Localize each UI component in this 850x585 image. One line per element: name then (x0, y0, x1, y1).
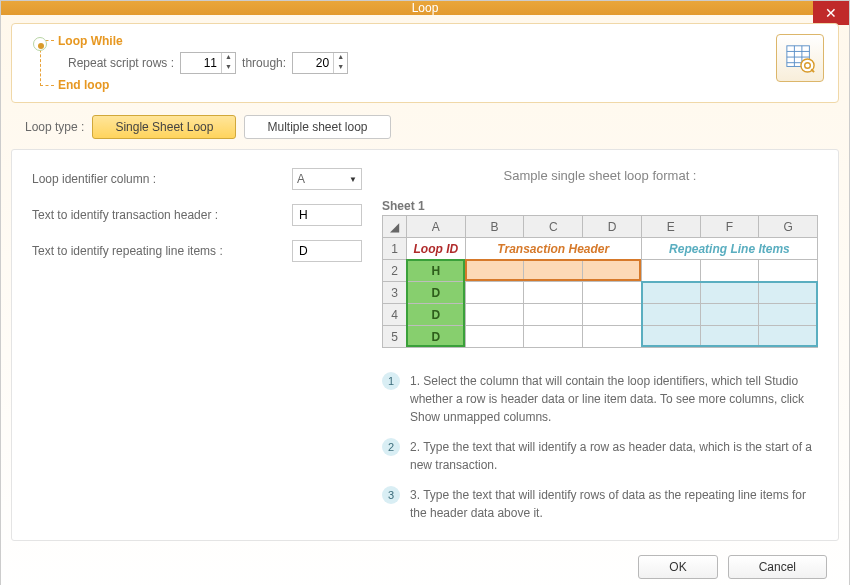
from-up[interactable]: ▲ (222, 53, 235, 63)
trans-header: Transaction Header (465, 238, 641, 260)
loopid-header: Loop ID (407, 238, 466, 260)
footer: OK Cancel (11, 547, 839, 585)
tab-multiple-sheet[interactable]: Multiple sheet loop (244, 115, 390, 139)
row-2-num: 2 (383, 260, 407, 282)
loop-id-col-label: Loop identifier column : (32, 172, 282, 186)
row-3-num: 3 (383, 282, 407, 304)
close-button[interactable]: ✕ (813, 1, 849, 25)
step-2-text: 2. Type the text that will identify a ro… (410, 438, 818, 474)
col-D: D (583, 216, 642, 238)
col-F: F (700, 216, 759, 238)
row-1-num: 1 (383, 238, 407, 260)
items-header: Repeating Line Items (641, 238, 817, 260)
loop-id-col-value: A (297, 172, 305, 186)
col-B: B (465, 216, 524, 238)
row-5-id: D (407, 326, 466, 348)
col-G: G (759, 216, 818, 238)
sample-title: Sample single sheet loop format : (382, 168, 818, 183)
from-down[interactable]: ▼ (222, 63, 235, 73)
to-input[interactable] (293, 53, 333, 73)
loop-dialog: Loop ✕ Loop While Repeat script rows : ▲… (0, 0, 850, 585)
row-4-num: 4 (383, 304, 407, 326)
instructions: 1 1. Select the column that will contain… (382, 372, 818, 522)
loop-while-label: Loop While (58, 34, 123, 48)
col-A: A (407, 216, 466, 238)
repeat-label: Repeat script rows : (68, 56, 174, 70)
ok-button[interactable]: OK (638, 555, 717, 579)
from-spinner[interactable]: ▲▼ (180, 52, 236, 74)
step-1-text: 1. Select the column that will contain t… (410, 372, 818, 426)
step-1-badge: 1 (382, 372, 400, 390)
magnifier-icon (33, 37, 47, 51)
items-text-input[interactable] (292, 240, 362, 262)
from-input[interactable] (181, 53, 221, 73)
loop-while-block: Loop While Repeat script rows : ▲▼ throu… (11, 23, 839, 103)
step-3-badge: 3 (382, 486, 400, 504)
sample-table: ◢ A B C D E F G 1 Loop ID Transaction He… (382, 215, 818, 348)
window-title: Loop (412, 1, 439, 15)
tab-single-sheet[interactable]: Single Sheet Loop (92, 115, 236, 139)
chevron-down-icon: ▼ (349, 175, 357, 184)
cancel-button[interactable]: Cancel (728, 555, 827, 579)
row-5-num: 5 (383, 326, 407, 348)
config-panel: Loop identifier column : A ▼ Text to ide… (11, 149, 839, 541)
through-label: through: (242, 56, 286, 70)
to-up[interactable]: ▲ (334, 53, 347, 63)
loop-type-label: Loop type : (25, 120, 84, 134)
main-content: Loop While Repeat script rows : ▲▼ throu… (1, 15, 849, 585)
corner-cell: ◢ (383, 216, 407, 238)
row-3-id: D (407, 282, 466, 304)
col-C: C (524, 216, 583, 238)
loop-id-col-combo[interactable]: A ▼ (292, 168, 362, 190)
to-spinner[interactable]: ▲▼ (292, 52, 348, 74)
sample-table-wrap: ◢ A B C D E F G 1 Loop ID Transaction He… (382, 215, 818, 348)
left-column: Loop identifier column : A ▼ Text to ide… (32, 168, 362, 522)
loop-type-row: Loop type : Single Sheet Loop Multiple s… (11, 109, 839, 143)
row-2-id: H (407, 260, 466, 282)
end-loop-label: End loop (58, 78, 824, 92)
header-text-input[interactable] (292, 204, 362, 226)
row-4-id: D (407, 304, 466, 326)
header-text-label: Text to identify transaction header : (32, 208, 282, 222)
right-column: Sample single sheet loop format : Sheet … (382, 168, 818, 522)
to-down[interactable]: ▼ (334, 63, 347, 73)
items-text-label: Text to identify repeating line items : (32, 244, 282, 258)
sheet-name: Sheet 1 (382, 199, 818, 213)
titlebar: Loop ✕ (1, 1, 849, 15)
col-E: E (641, 216, 700, 238)
step-3-text: 3. Type the text that will identify rows… (410, 486, 818, 522)
step-2-badge: 2 (382, 438, 400, 456)
